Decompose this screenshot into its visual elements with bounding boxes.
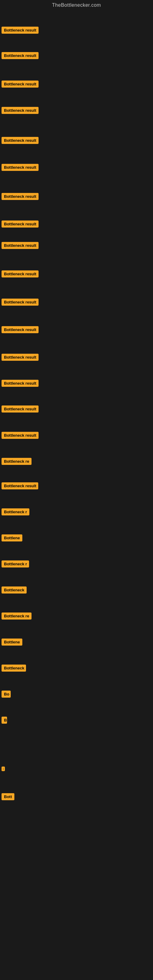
bottleneck-badge: Bottleneck result — [2, 432, 38, 439]
bottleneck-item[interactable]: B — [2, 717, 7, 725]
bottleneck-item[interactable]: Bottleneck result — [2, 242, 38, 250]
bottleneck-item[interactable]: Bottleneck r — [2, 560, 29, 569]
bottleneck-badge: Bottleneck re — [2, 612, 32, 620]
bottleneck-item[interactable]: Bottleneck re — [2, 612, 32, 621]
bottleneck-item[interactable]: Bottleneck result — [2, 432, 38, 440]
bottleneck-badge: Bottleneck result — [2, 406, 38, 412]
bottleneck-badge: Bottleneck result — [2, 27, 38, 34]
bottleneck-badge: Bottleneck result — [2, 52, 38, 59]
bottleneck-badge: Bottleneck result — [2, 482, 38, 489]
bottleneck-item[interactable]: Bottleneck — [2, 587, 27, 595]
bottleneck-item[interactable]: Bottleneck result — [2, 221, 38, 229]
bottleneck-badge: Bottleneck result — [2, 270, 38, 277]
bottleneck-badge: Bottleneck result — [2, 221, 38, 228]
bottleneck-item[interactable]: Bottleneck result — [2, 137, 38, 145]
bottleneck-badge: Bottleneck r — [2, 560, 29, 568]
bottleneck-badge: Bottlene — [2, 638, 22, 646]
bottleneck-item[interactable]: Bottleneck result — [2, 81, 38, 89]
bottleneck-badge: Bottleneck r — [2, 508, 29, 515]
bottleneck-item[interactable]: Bottleneck result — [2, 380, 38, 388]
bottleneck-item[interactable]: Bottleneck result — [2, 354, 38, 362]
bottleneck-item[interactable]: Bottleneck r — [2, 508, 29, 517]
bottleneck-item[interactable]: Bottleneck result — [2, 107, 38, 115]
bottleneck-badge: Bottleneck result — [2, 81, 38, 88]
bottleneck-item[interactable]: Bottleneck result — [2, 406, 38, 414]
bottleneck-item[interactable]: Bottleneck result — [2, 27, 38, 35]
bottleneck-badge: Bottleneck re — [2, 458, 32, 465]
bottleneck-item[interactable]: Bottleneck result — [2, 193, 38, 201]
bottleneck-badge: Bottleneck result — [2, 193, 38, 200]
bottleneck-badge: Bo — [2, 690, 11, 698]
bottleneck-item[interactable]: Bottlene — [2, 638, 22, 647]
bottleneck-item[interactable]: Bottleneck result — [2, 164, 38, 172]
bottleneck-badge: Bottleneck result — [2, 326, 38, 333]
bottleneck-item[interactable]: : — [2, 766, 5, 771]
bottleneck-item[interactable]: Bottleneck result — [2, 326, 38, 334]
bottleneck-badge: Bottleneck result — [2, 137, 38, 144]
bottleneck-badge: B — [2, 717, 7, 724]
bottleneck-badge: Bottleneck result — [2, 354, 38, 361]
bottleneck-item[interactable]: Bottleneck result — [2, 52, 38, 60]
bottleneck-item[interactable]: Bottlene — [2, 535, 22, 542]
bottleneck-badge: Bottleneck result — [2, 242, 38, 249]
bottleneck-badge: Bottleneck — [2, 665, 26, 671]
bottleneck-badge: Bottleneck result — [2, 107, 38, 114]
bottleneck-item[interactable]: Bo — [2, 690, 11, 699]
bottleneck-badge: Bottleneck result — [2, 299, 38, 305]
bottleneck-badge: Bottlene — [2, 535, 22, 541]
site-title: TheBottlenecker.com — [0, 0, 153, 9]
bottleneck-item[interactable]: Bott — [2, 793, 14, 802]
bottleneck-badge: Bottleneck result — [2, 380, 38, 387]
bottleneck-item[interactable]: Bottleneck result — [2, 270, 38, 279]
bottleneck-item[interactable]: Bottleneck re — [2, 458, 32, 466]
bottleneck-item[interactable]: Bottleneck — [2, 665, 26, 673]
bottleneck-item[interactable]: Bottleneck result — [2, 482, 38, 491]
bottleneck-badge: : — [2, 767, 5, 771]
bottleneck-item[interactable]: Bottleneck result — [2, 299, 38, 307]
bottleneck-badge: Bottleneck result — [2, 164, 38, 171]
bottleneck-badge: Bottleneck — [2, 587, 27, 593]
bottleneck-badge: Bott — [2, 793, 14, 800]
